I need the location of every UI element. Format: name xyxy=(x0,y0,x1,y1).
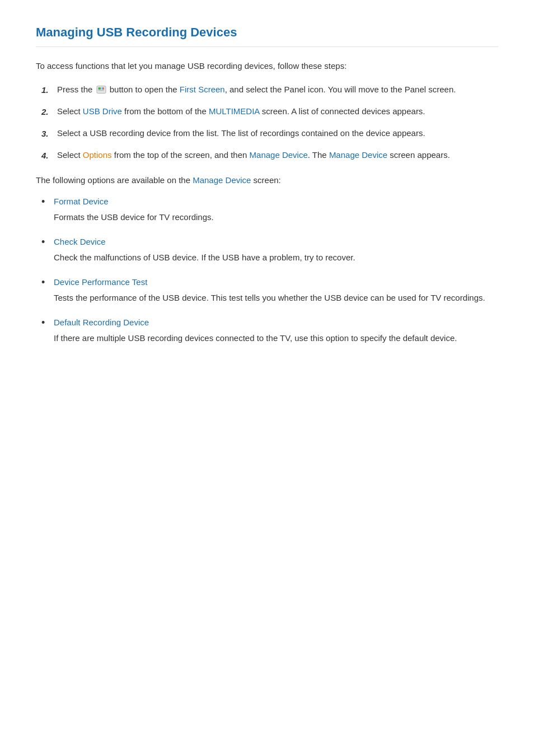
intro-text: To access functions that let you manage … xyxy=(36,59,498,73)
option-title-3[interactable]: Device Performance Test xyxy=(54,276,498,289)
step-number-1: 1. xyxy=(41,83,57,97)
svg-rect-0 xyxy=(97,86,106,94)
option-title-2[interactable]: Check Device xyxy=(54,235,498,249)
steps-list: 1. Press the button to open the First Sc… xyxy=(36,83,498,162)
option-title-4[interactable]: Default Recording Device xyxy=(54,316,498,329)
bullet-3: • xyxy=(41,276,54,290)
option-desc-2: Check the malfunctions of USB device. If… xyxy=(54,253,355,262)
step-content-2: Select USB Drive from the bottom of the … xyxy=(57,105,498,118)
option-block-3: Device Performance Test Tests the perfor… xyxy=(54,276,498,305)
option-block-4: Default Recording Device If there are mu… xyxy=(54,316,498,345)
option-performance-test: • Device Performance Test Tests the perf… xyxy=(41,276,498,305)
options-list: • Format Device Formats the USB device f… xyxy=(36,195,498,345)
step-content-1: Press the button to open the First Scree… xyxy=(57,83,498,96)
option-block-2: Check Device Check the malfunctions of U… xyxy=(54,235,498,264)
step-number-4: 4. xyxy=(41,148,57,162)
option-block-1: Format Device Formats the USB device for… xyxy=(54,195,498,224)
bullet-2: • xyxy=(41,235,54,249)
option-desc-1: Formats the USB device for TV recordings… xyxy=(54,212,214,222)
manage-device-link-2[interactable]: Manage Device xyxy=(329,150,387,160)
step-number-3: 3. xyxy=(41,127,57,141)
options-intro: The following options are available on t… xyxy=(36,174,498,187)
options-link[interactable]: Options xyxy=(83,150,112,160)
option-default-recording: • Default Recording Device If there are … xyxy=(41,316,498,345)
manage-device-link-1[interactable]: Manage Device xyxy=(250,150,308,160)
multimedia-link[interactable]: MULTIMEDIA xyxy=(209,106,260,116)
step-1: 1. Press the button to open the First Sc… xyxy=(41,83,498,97)
option-desc-4: If there are multiple USB recording devi… xyxy=(54,333,457,343)
option-format-device: • Format Device Formats the USB device f… xyxy=(41,195,498,224)
svg-rect-3 xyxy=(103,87,104,90)
step-2: 2. Select USB Drive from the bottom of t… xyxy=(41,105,498,119)
svg-rect-2 xyxy=(101,87,102,90)
svg-rect-1 xyxy=(98,87,101,90)
svg-rect-4 xyxy=(98,90,104,91)
first-screen-link[interactable]: First Screen xyxy=(180,85,225,94)
step-4: 4. Select Options from the top of the sc… xyxy=(41,148,498,162)
option-title-1[interactable]: Format Device xyxy=(54,195,498,208)
step-number-2: 2. xyxy=(41,105,57,119)
option-check-device: • Check Device Check the malfunctions of… xyxy=(41,235,498,264)
step-3: 3. Select a USB recording device from th… xyxy=(41,127,498,141)
bullet-1: • xyxy=(41,195,54,209)
usb-button-icon xyxy=(96,85,106,94)
page-title: Managing USB Recording Devices xyxy=(36,22,498,47)
step-content-4: Select Options from the top of the scree… xyxy=(57,148,498,162)
option-desc-3: Tests the performance of the USB device.… xyxy=(54,293,485,302)
step-content-3: Select a USB recording device from the l… xyxy=(57,127,498,140)
manage-device-inline-link[interactable]: Manage Device xyxy=(193,175,251,185)
bullet-4: • xyxy=(41,316,54,330)
usb-drive-link[interactable]: USB Drive xyxy=(83,106,122,116)
